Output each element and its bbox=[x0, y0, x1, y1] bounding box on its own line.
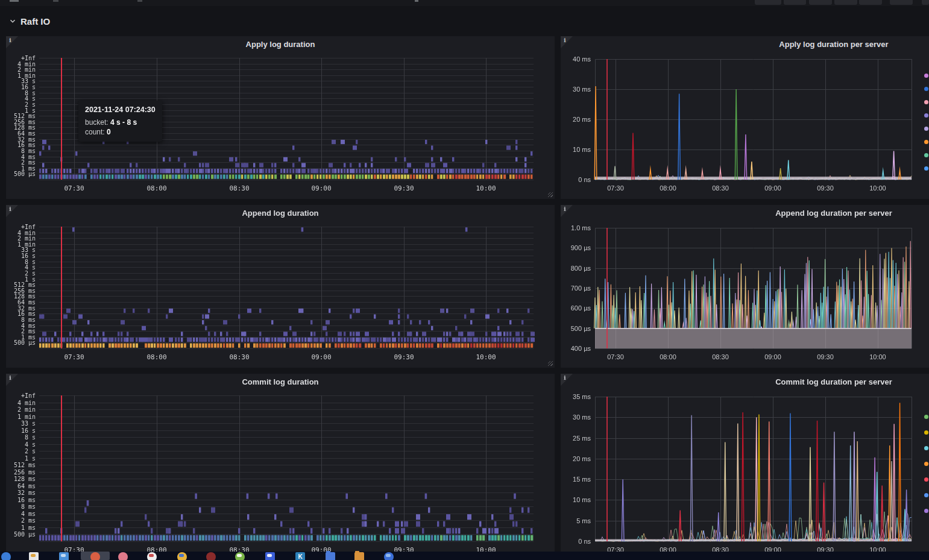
line-y-label: 1.0 ms bbox=[562, 224, 591, 231]
navbar-button[interactable] bbox=[922, 0, 929, 5]
x-axis-label: 08:30 bbox=[222, 184, 256, 192]
x-axis-label: 10:00 bbox=[861, 353, 895, 360]
legend-series-dot[interactable] bbox=[924, 446, 928, 450]
heatmap-y-label: 64 ms bbox=[7, 483, 36, 489]
navbar-button[interactable] bbox=[890, 0, 913, 5]
x-axis-label: 08:30 bbox=[704, 353, 737, 360]
x-axis-label: 09:00 bbox=[756, 353, 790, 360]
x-axis-label: 08:00 bbox=[140, 184, 174, 192]
line-y-label: 30 ms bbox=[562, 414, 591, 421]
text-editor-icon-accent bbox=[31, 554, 36, 557]
legend-series-dot[interactable] bbox=[924, 140, 928, 144]
x-axis-label: 09:30 bbox=[808, 353, 842, 360]
legend-series-dot[interactable] bbox=[924, 477, 928, 482]
heatmap-y-label: 8 ms bbox=[7, 503, 36, 510]
legend-series-dot[interactable] bbox=[924, 153, 928, 157]
heatmap-y-label: 128 ms bbox=[7, 476, 36, 482]
x-axis-label: 09:30 bbox=[387, 353, 421, 361]
chart-canvas-append-heatmap[interactable] bbox=[6, 205, 555, 368]
legend-series-dot[interactable] bbox=[924, 493, 928, 497]
green-app-icon[interactable] bbox=[235, 552, 245, 560]
header-remnant bbox=[137, 0, 142, 2]
line-y-label: 10 ms bbox=[562, 146, 591, 153]
x-axis-label: 08:00 bbox=[651, 184, 685, 192]
panel-resize-handle[interactable] bbox=[548, 361, 553, 366]
legend-series-dot[interactable] bbox=[924, 113, 928, 118]
heatmap-y-label: 1 s bbox=[7, 455, 36, 462]
heatmap-y-label: 500 µs bbox=[7, 171, 36, 177]
legend-series-dot[interactable] bbox=[924, 430, 928, 435]
x-axis-label: 10:00 bbox=[861, 184, 895, 192]
globe-icon-accent bbox=[386, 554, 391, 557]
legend-series-dot[interactable] bbox=[924, 415, 928, 419]
header-remnant bbox=[53, 0, 58, 2]
media-player-icon[interactable] bbox=[147, 552, 157, 560]
line-y-label: 600 µs bbox=[562, 304, 591, 312]
heatmap-y-label: 16 s bbox=[7, 427, 36, 434]
panel-apply-per-server: iApply log duration per server0 ns10 ms2… bbox=[561, 36, 929, 199]
navbar-button[interactable] bbox=[755, 0, 781, 5]
navbar-button[interactable] bbox=[809, 0, 832, 5]
chart-canvas-commit-per-server[interactable] bbox=[561, 374, 929, 560]
chart-canvas-commit-heatmap[interactable] bbox=[6, 374, 555, 560]
legend-series-dot[interactable] bbox=[924, 74, 928, 78]
top-navbar bbox=[0, 0, 929, 6]
line-y-label: 0 ns bbox=[562, 538, 591, 545]
taskbar: K bbox=[0, 552, 929, 560]
blue-browser-icon[interactable] bbox=[1, 552, 11, 560]
orange-folder-icon[interactable] bbox=[354, 552, 364, 560]
heatmap-y-label: 1 min bbox=[7, 414, 36, 420]
recorder-icon[interactable] bbox=[90, 552, 100, 560]
legend-series-dot[interactable] bbox=[924, 100, 928, 104]
blue-folder-icon[interactable] bbox=[326, 552, 335, 560]
x-axis-label: 09:00 bbox=[304, 353, 338, 361]
line-y-label: 20 ms bbox=[562, 455, 591, 462]
folder-tab bbox=[355, 551, 359, 553]
chart-canvas-append-per-server[interactable] bbox=[561, 205, 929, 368]
x-axis-label: 07:30 bbox=[57, 353, 91, 361]
panel-append-heatmap: iAppend log duration+Inf4 min2 min1 min3… bbox=[6, 205, 555, 368]
browser-swirl-icon-accent bbox=[179, 554, 184, 557]
heatmap-y-label: 4 s bbox=[7, 441, 36, 448]
line-y-label: 10 ms bbox=[562, 496, 591, 503]
browser-swirl-icon[interactable] bbox=[177, 552, 187, 560]
line-y-label: 400 µs bbox=[562, 345, 591, 352]
legend-series-dot[interactable] bbox=[924, 166, 928, 171]
chart-canvas-apply-per-server[interactable] bbox=[561, 36, 929, 199]
x-axis-label: 07:30 bbox=[599, 184, 632, 192]
legend-series-dot[interactable] bbox=[924, 462, 928, 466]
kdenlive-icon[interactable]: K bbox=[295, 552, 305, 560]
globe-icon[interactable] bbox=[384, 552, 394, 560]
navbar-button[interactable] bbox=[859, 0, 882, 5]
video-player-icon[interactable] bbox=[265, 552, 275, 560]
legend-series-dot[interactable] bbox=[924, 87, 928, 91]
navbar-button[interactable] bbox=[784, 0, 806, 5]
legend-series-dot[interactable] bbox=[924, 127, 928, 131]
panel-resize-handle[interactable] bbox=[548, 192, 553, 197]
dark-red-app-icon[interactable] bbox=[206, 552, 216, 560]
heatmap-y-label: 2 min bbox=[7, 406, 36, 413]
x-axis-label: 09:30 bbox=[808, 184, 842, 192]
panel-commit-heatmap: iCommit log duration+Inf4 min2 min1 min3… bbox=[6, 374, 555, 560]
navbar-button[interactable] bbox=[834, 0, 857, 5]
x-axis-label: 07:30 bbox=[599, 353, 632, 360]
x-axis-label: 08:00 bbox=[651, 353, 685, 360]
header-remnant bbox=[415, 0, 418, 2]
chevron-down-icon bbox=[8, 17, 17, 25]
heatmap-y-label: 16 ms bbox=[7, 497, 36, 503]
text-editor-icon[interactable] bbox=[29, 552, 39, 560]
pink-app-icon[interactable] bbox=[118, 552, 128, 560]
row-header-raft-io[interactable]: Raft IO bbox=[8, 14, 50, 28]
row-title: Raft IO bbox=[20, 16, 50, 27]
window-manager-icon[interactable] bbox=[59, 552, 69, 560]
video-player-icon-accent bbox=[267, 554, 272, 557]
legend-series-dot[interactable] bbox=[924, 509, 928, 513]
line-y-label: 5 ms bbox=[562, 517, 591, 524]
line-y-label: 40 ms bbox=[562, 55, 591, 63]
green-app-icon-accent bbox=[237, 554, 242, 557]
heatmap-y-label: 4 min bbox=[7, 400, 36, 406]
heatmap-y-label: 33 s bbox=[7, 420, 36, 427]
heatmap-y-label: 2 s bbox=[7, 448, 36, 455]
heatmap-tooltip: 2021-11-24 07:24:30 bucket: 4 s - 8 s co… bbox=[78, 101, 162, 142]
line-y-label: 800 µs bbox=[562, 265, 591, 272]
